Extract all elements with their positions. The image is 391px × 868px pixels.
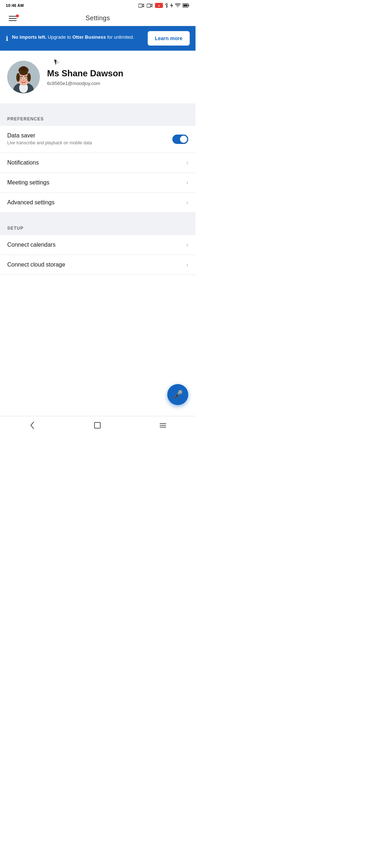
setup-group: Connect calendars › Connect cloud storag… <box>0 235 196 275</box>
notifications-item[interactable]: Notifications › <box>0 153 196 173</box>
connect-calendars-chevron: › <box>186 242 188 248</box>
hamburger-line-1 <box>160 423 166 424</box>
notifications-right: › <box>186 159 188 166</box>
setup-label: SETUP <box>0 218 196 235</box>
svg-rect-1 <box>147 4 151 7</box>
top-nav: Settings <box>0 11 196 26</box>
flash-icon <box>170 3 173 8</box>
connect-calendars-left: Connect calendars <box>7 242 55 248</box>
preferences-group: Data saver Live transcribe and playback … <box>0 126 196 213</box>
connect-cloud-chevron: › <box>186 261 188 268</box>
connect-calendars-right: › <box>186 242 188 248</box>
profile-email: 6c8565e1@moodjoy.com <box>47 81 123 86</box>
data-saver-item[interactable]: Data saver Live transcribe and playback … <box>0 126 196 153</box>
data-saver-left: Data saver Live transcribe and playback … <box>7 132 92 146</box>
nav-home-button[interactable] <box>87 419 108 431</box>
notifications-left: Notifications <box>7 159 39 166</box>
wifi-icon <box>175 3 181 8</box>
preferences-separator <box>0 103 196 109</box>
record-icon <box>155 3 163 8</box>
advanced-settings-left: Advanced settings <box>7 199 55 206</box>
banner-content: ℹ No imports left. Upgrade to Otter Busi… <box>6 34 144 43</box>
menu-button[interactable] <box>7 14 18 22</box>
profile-section: Ms Shane Dawson 6c8565e1@moodjoy.com <box>0 51 196 103</box>
svg-point-18 <box>21 78 22 79</box>
connect-cloud-item[interactable]: Connect cloud storage › <box>0 255 196 275</box>
advanced-settings-right: › <box>186 199 188 206</box>
connect-cloud-right: › <box>186 261 188 268</box>
nav-back-button[interactable] <box>22 418 42 432</box>
svg-marker-2 <box>170 3 173 8</box>
profile-info: Ms Shane Dawson 6c8565e1@moodjoy.com <box>47 68 123 86</box>
hamburger-line-2 <box>160 425 166 426</box>
svg-point-22 <box>26 80 29 82</box>
connect-cloud-left: Connect cloud storage <box>7 261 65 268</box>
avatar <box>7 61 40 93</box>
home-square-icon <box>94 422 101 429</box>
hamburger-icon <box>160 423 166 427</box>
avatar-image <box>7 61 40 93</box>
notifications-chevron: › <box>186 159 188 166</box>
banner-text: No imports left. Upgrade to Otter Busine… <box>12 34 134 41</box>
record-fab[interactable]: 🎤 <box>167 384 188 405</box>
notifications-title: Notifications <box>7 159 39 166</box>
meeting-settings-chevron: › <box>186 179 188 186</box>
toggle-knob <box>180 136 187 143</box>
battery-icon <box>182 3 190 8</box>
svg-rect-0 <box>138 4 142 7</box>
camera-icon2 <box>147 3 153 8</box>
meeting-settings-right: › <box>186 179 188 186</box>
meeting-settings-left: Meeting settings <box>7 179 50 186</box>
svg-point-20 <box>23 80 24 81</box>
page-title: Settings <box>85 14 110 22</box>
data-saver-right[interactable] <box>172 135 188 144</box>
data-saver-subtitle: Live transcribe and playback on mobile d… <box>7 140 92 146</box>
connect-cloud-title: Connect cloud storage <box>7 261 65 268</box>
connect-calendars-item[interactable]: Connect calendars › <box>0 235 196 255</box>
status-bar: 10:46 AM <box>0 0 196 11</box>
camera-icon <box>138 3 145 8</box>
nav-menu-button[interactable] <box>152 420 173 430</box>
menu-line-2 <box>9 18 17 19</box>
menu-notification-dot <box>16 14 19 17</box>
status-icons <box>138 3 190 8</box>
svg-point-19 <box>26 78 27 79</box>
svg-rect-4 <box>183 4 188 7</box>
meeting-settings-item[interactable]: Meeting settings › <box>0 173 196 193</box>
advanced-settings-chevron: › <box>186 199 188 206</box>
preferences-label: PREFERENCES <box>0 109 196 126</box>
svg-rect-5 <box>189 5 189 6</box>
meeting-settings-title: Meeting settings <box>7 179 50 186</box>
upgrade-banner: ℹ No imports left. Upgrade to Otter Busi… <box>0 26 196 51</box>
learn-more-button[interactable]: Learn more <box>148 31 190 46</box>
menu-line-3 <box>9 20 17 21</box>
bluetooth-icon <box>165 3 168 8</box>
hamburger-line-3 <box>160 427 166 427</box>
connect-calendars-title: Connect calendars <box>7 242 55 248</box>
data-saver-toggle[interactable] <box>172 135 188 144</box>
back-icon <box>29 421 35 429</box>
setup-separator <box>0 213 196 218</box>
data-saver-title: Data saver <box>7 132 92 139</box>
menu-line-1 <box>9 16 17 17</box>
mic-icon: 🎤 <box>173 390 183 399</box>
advanced-settings-title: Advanced settings <box>7 199 55 206</box>
bottom-nav <box>0 416 196 434</box>
info-icon: ℹ <box>6 35 8 43</box>
advanced-settings-item[interactable]: Advanced settings › <box>0 193 196 213</box>
status-time: 10:46 AM <box>6 3 24 8</box>
svg-point-21 <box>18 80 21 82</box>
svg-point-15 <box>20 66 27 71</box>
profile-name: Ms Shane Dawson <box>47 68 123 78</box>
